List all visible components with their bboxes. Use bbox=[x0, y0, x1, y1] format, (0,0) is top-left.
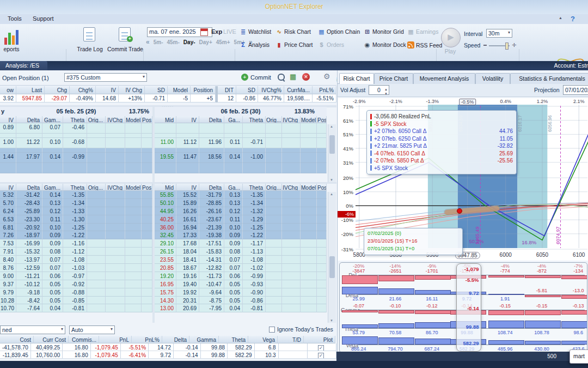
mode-select[interactable]: Auto▾ bbox=[69, 325, 115, 334]
table-row[interactable]: 9.00-11.210.06-0.97 bbox=[0, 272, 152, 280]
table-row[interactable] bbox=[155, 134, 327, 138]
table-row[interactable]: 7.91-15.320.08-1.12 bbox=[0, 248, 152, 256]
table-row[interactable]: 13.0020.69-7.950.04-0.81 bbox=[155, 304, 327, 312]
exp-toggle[interactable]: Exp bbox=[211, 28, 222, 35]
table-row[interactable]: 44.9516.26-26.160.12-1.32 bbox=[155, 207, 327, 215]
table-row[interactable]: 1.4417.970.14-0.99 bbox=[0, 153, 152, 163]
table-row[interactable] bbox=[155, 148, 327, 153]
position-filter-select[interactable]: ned▾ bbox=[0, 325, 65, 334]
plot-checkbox[interactable]: ✓ bbox=[318, 353, 324, 359]
close-icon[interactable]: ✕ bbox=[302, 73, 310, 81]
table-row[interactable]: 40.2516.61-23.670.11-1.29 bbox=[155, 215, 327, 224]
export-grid-icon[interactable]: ▦ bbox=[290, 73, 296, 81]
table-row[interactable]: 0.896.800.07-0.46 bbox=[0, 123, 152, 134]
table-row[interactable]: 9.37-10.120.05-0.92 bbox=[0, 280, 152, 288]
table-row[interactable]: 5.32-31.420.14-1.35 bbox=[0, 191, 152, 199]
table-row[interactable]: 6.24-25.890.12-1.33 bbox=[0, 207, 152, 215]
table-row[interactable]: 14.3020.31-8.750.05-0.86 bbox=[155, 297, 327, 305]
table-row[interactable]: 50.1015.89-28.850.13-1.34 bbox=[155, 199, 327, 207]
commit-trade-button[interactable]: Commit Trade bbox=[106, 46, 145, 52]
table-row[interactable]: 16.9519.40-10.470.05-0.93 bbox=[155, 280, 327, 288]
table-row[interactable]: 32.4517.33-19.380.09-1.22 bbox=[155, 231, 327, 239]
table-row[interactable]: -41,578.7040,499.2516.80-1,079.45-5.51%1… bbox=[0, 343, 336, 351]
date-nav-45m+[interactable]: 45m+ bbox=[216, 39, 230, 45]
table-row[interactable]: 15.7519.92-9.640.05-0.90 bbox=[155, 288, 327, 297]
cell bbox=[301, 239, 317, 248]
trade-log-button[interactable]: Trade Log bbox=[72, 46, 107, 52]
tab-volatility[interactable]: Volatility bbox=[475, 73, 510, 84]
menu-tools[interactable]: Tools bbox=[8, 15, 22, 22]
header-cell: Mid bbox=[155, 184, 176, 191]
table-row[interactable]: 8.40-13.970.07-1.08 bbox=[0, 256, 152, 264]
table-row[interactable]: 19.5511.4718.560.14-1.00 bbox=[155, 153, 327, 163]
play-button[interactable]: ▶ bbox=[441, 28, 461, 47]
date-nav-45m-[interactable]: 45m- bbox=[167, 39, 179, 45]
table-row[interactable] bbox=[0, 134, 152, 138]
date-nav-«[interactable]: « bbox=[146, 39, 150, 45]
table-row[interactable]: 36.0016.94-21.390.10-1.25 bbox=[155, 224, 327, 232]
ribbon-button-rss-feed[interactable]: RSS Feed bbox=[407, 41, 442, 49]
cell bbox=[243, 163, 266, 173]
cell bbox=[125, 264, 142, 272]
table-row[interactable]: 5.70-28.430.13-1.34 bbox=[0, 199, 152, 207]
ribbon-button-watchlist[interactable]: ≣Watchlist bbox=[240, 28, 271, 35]
table-row[interactable]: 29.1017.68-17.510.09-1.17 bbox=[155, 239, 327, 248]
tab-risk-chart[interactable]: Risk Chart bbox=[339, 73, 374, 84]
table-row[interactable]: 8.76-12.590.07-1.03 bbox=[0, 264, 152, 272]
date-nav-Day-[interactable]: Day- bbox=[183, 39, 195, 45]
scrollbar[interactable]: ▲▼ bbox=[328, 124, 336, 182]
table-row[interactable]: 23.5518.41-14.310.07-1.08 bbox=[155, 256, 327, 264]
reports-button[interactable]: eports bbox=[0, 46, 25, 52]
table-row[interactable]: 10.70-7.640.04-0.81 bbox=[0, 304, 152, 312]
cell bbox=[87, 256, 106, 264]
speed-slider-thumb[interactable] bbox=[505, 43, 509, 50]
ribbon-button-risk-chart[interactable]: ∿Risk Chart bbox=[275, 28, 311, 35]
ribbon-button-option-chain[interactable]: ▦Option Chain bbox=[318, 28, 360, 35]
date-nav-5m-[interactable]: 5m- bbox=[154, 39, 163, 45]
table-row[interactable]: 19.2019.16-11.730.06-0.99 bbox=[155, 272, 327, 280]
scrollbar[interactable]: ▲▼ bbox=[328, 192, 336, 323]
table-row[interactable]: -11,839.4510,760.0016.80-1,079.45-6.41%9… bbox=[0, 351, 336, 359]
speed-minus-icon[interactable] bbox=[483, 45, 487, 46]
date-nav-Day+[interactable]: Day+ bbox=[199, 39, 212, 45]
gear-icon[interactable]: ⚙ bbox=[323, 72, 330, 81]
table-row[interactable] bbox=[155, 163, 327, 173]
collapse-ribbon-icon[interactable]: ▲ bbox=[559, 16, 562, 20]
tab-analysis-es[interactable]: Analysis: /ES bbox=[0, 61, 47, 70]
commit-button[interactable]: Commit bbox=[250, 74, 271, 81]
table-row[interactable]: 6.53-23.300.11-1.30 bbox=[0, 215, 152, 224]
ribbon-button-analysis[interactable]: ΣAnalysis bbox=[240, 41, 270, 48]
speed-plus-icon[interactable]: ✛ bbox=[512, 42, 516, 48]
table-row[interactable]: 26.1518.04-15.830.08-1.13 bbox=[155, 248, 327, 256]
tab-price-chart[interactable]: Price Chart bbox=[374, 73, 413, 84]
projection-input[interactable]: 07/01/202 bbox=[563, 85, 588, 95]
ribbon-button-price-chart[interactable]: ▮Price Chart bbox=[275, 41, 313, 49]
vol-adjust-spinner[interactable]: 0 ▲ ▼ bbox=[369, 85, 389, 95]
table-row[interactable] bbox=[0, 148, 152, 153]
ribbon-button-monitor-grid[interactable]: ⊞Monitor Grid bbox=[364, 28, 404, 35]
table-row[interactable]: 10.28-8.420.05-0.85 bbox=[0, 297, 152, 305]
table-row[interactable]: 55.8515.52-31.790.13-1.35 bbox=[155, 191, 327, 199]
table-row[interactable]: 7.26-18.970.09-1.22 bbox=[0, 231, 152, 239]
table-row[interactable]: 11.0011.1211.960.11-0.71 bbox=[155, 138, 327, 148]
reports-icon[interactable] bbox=[4, 28, 21, 45]
tab-movement-analysis[interactable]: Movement Analysis bbox=[413, 73, 475, 84]
table-row[interactable]: 7.53-16.990.09-1.16 bbox=[0, 239, 152, 248]
interval-select[interactable]: 30m▾ bbox=[486, 29, 512, 38]
calendar-icon[interactable] bbox=[200, 28, 208, 36]
table-row[interactable]: 1.0011.220.10-0.68 bbox=[0, 138, 152, 148]
ignore-trades-checkbox[interactable] bbox=[269, 327, 275, 333]
table-row[interactable] bbox=[155, 123, 327, 134]
rss-icon bbox=[407, 41, 414, 49]
ribbon-button-monitor-dock[interactable]: ◉Monitor Dock bbox=[364, 41, 406, 49]
plot-checkbox[interactable]: ✓ bbox=[318, 345, 324, 351]
table-row[interactable]: 9.79-9.180.05-0.88 bbox=[0, 288, 152, 297]
help-icon[interactable]: ? bbox=[571, 15, 575, 23]
table-row[interactable] bbox=[0, 163, 152, 173]
strategy-select[interactable]: #375 Custom▾ bbox=[64, 73, 147, 82]
table-row[interactable]: 6.81-20.920.10-1.25 bbox=[0, 224, 152, 232]
menu-support[interactable]: Support bbox=[33, 15, 54, 22]
live-toggle[interactable]: LIVE bbox=[223, 28, 236, 35]
tab-statistics-fundamentals[interactable]: Statistics & Fundamentals bbox=[510, 73, 588, 84]
table-row[interactable]: 20.8518.67-12.820.07-1.02 bbox=[155, 264, 327, 272]
